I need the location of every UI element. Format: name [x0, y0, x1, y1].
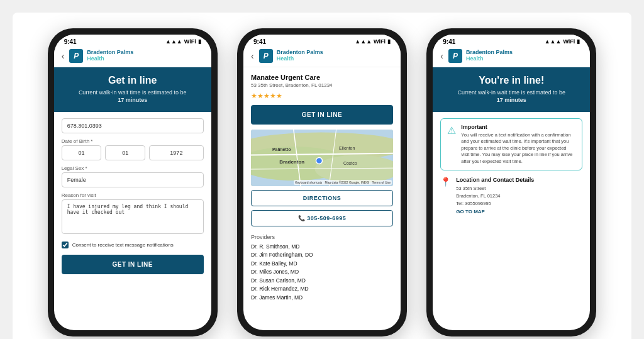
svg-text:Ellenton: Ellenton	[339, 145, 355, 150]
reason-textarea[interactable]: I have injured my leg and think I should…	[62, 199, 204, 234]
logo-area-3: P Bradenton Palms Health	[448, 49, 513, 63]
get-in-line-btn-2[interactable]: GET IN LINE	[251, 105, 393, 125]
battery-icon-1: ▮	[198, 38, 201, 45]
logo-text-3: Bradenton Palms Health	[466, 50, 513, 62]
dob-row	[62, 145, 204, 160]
back-arrow-3[interactable]: ‹	[440, 52, 443, 60]
location-section: Manatee Urgent Care 53 35th Street, Brad…	[243, 67, 401, 309]
location-tel: Tel: 3055096995	[456, 200, 534, 208]
map-container[interactable]: Palmetto Ellenton Bradenton Costco Keybo…	[251, 130, 393, 186]
dob-day-input[interactable]	[105, 145, 145, 160]
screen1-title: Get in line	[64, 75, 201, 86]
logo-text-1: Bradenton Palms Health	[87, 50, 133, 62]
map-svg: Palmetto Ellenton Bradenton Costco	[251, 130, 393, 186]
provider-4: Dr. Miles Jones, MD	[251, 268, 393, 277]
dob-month-input[interactable]	[62, 145, 102, 160]
provider-6: Dr. Rick Hernandez, MD	[251, 285, 393, 294]
back-arrow-1[interactable]: ‹	[62, 52, 65, 60]
dob-year-input[interactable]	[149, 145, 204, 160]
svg-point-12	[316, 157, 322, 164]
status-bar-2: 9:41 ▲▲▲ WiFi ▮	[243, 35, 401, 47]
status-time-1: 9:41	[64, 38, 77, 45]
status-icons-3: ▲▲▲ WiFi ▮	[545, 38, 580, 45]
alert-box: ⚠ Important You will receive a text noti…	[440, 118, 582, 171]
wifi-icon-3: WiFi	[563, 38, 575, 45]
logo-area-2: P Bradenton Palms Health	[259, 49, 323, 63]
sex-label: Legal Sex *	[62, 165, 204, 171]
alert-text: You will receive a text notification wit…	[461, 132, 575, 165]
get-in-line-btn-1[interactable]: GET IN LINE	[62, 255, 204, 274]
warning-icon: ⚠	[447, 125, 456, 165]
status-bar-1: 9:41 ▲▲▲ WiFi ▮	[54, 35, 211, 47]
provider-2: Dr. Jim Fotheringham, DO	[251, 251, 393, 260]
screen2-content: Manatee Urgent Care 53 35th Street, Brad…	[243, 67, 401, 330]
screen3-title: You're in line!	[443, 75, 580, 86]
logo-icon-2: P	[259, 49, 273, 63]
consent-row: Consent to receive text message notifica…	[62, 242, 204, 248]
location-detail-box: 📍 Location and Contact Details 53 35th S…	[440, 177, 582, 214]
signal-icon-1: ▲▲▲	[165, 38, 182, 45]
status-icons-2: ▲▲▲ WiFi ▮	[355, 38, 391, 45]
svg-text:Costco: Costco	[343, 160, 357, 165]
location-addr: 53 35th Street, Bradenton, FL 01234	[251, 82, 393, 88]
phone-2: 9:41 ▲▲▲ WiFi ▮ ‹ P Bradenton Palms Heal…	[237, 28, 407, 336]
logo-icon-3: P	[448, 49, 462, 63]
screen1-form: Date of Birth * Legal Sex * Reason for v…	[54, 112, 211, 281]
map-label: Keyboard shortcuts Map data ©2022 Google…	[294, 180, 392, 185]
battery-icon-2: ▮	[387, 38, 391, 45]
providers-section: Providers Dr. R. Smithson, MD Dr. Jim Fo…	[251, 234, 393, 303]
screen1-blue-header: Get in line Current walk-in wait time is…	[54, 67, 211, 112]
screen1-subtitle: Current walk-in wait time is estimated t…	[64, 89, 201, 104]
status-time-3: 9:41	[443, 38, 455, 45]
location-street: 53 35th Street	[456, 185, 534, 192]
svg-text:Bradenton: Bradenton	[279, 159, 304, 165]
battery-icon-3: ▮	[577, 38, 580, 45]
directions-btn[interactable]: DIRECTIONS	[251, 190, 393, 206]
provider-7: Dr. James Martin, MD	[251, 294, 393, 303]
logo-text-2: Bradenton Palms Health	[277, 50, 323, 62]
map-background: Palmetto Ellenton Bradenton Costco	[251, 130, 393, 186]
app-header-3: ‹ P Bradenton Palms Health	[433, 47, 590, 67]
location-city: Bradenton, FL 01234	[456, 192, 534, 200]
location-detail-content: Location and Contact Details 53 35th Str…	[456, 177, 534, 214]
wifi-icon-1: WiFi	[184, 38, 196, 45]
phone-1: 9:41 ▲▲▲ WiFi ▮ ‹ P Bradenton Palms Heal…	[48, 28, 218, 336]
back-arrow-2[interactable]: ‹	[251, 52, 254, 60]
location-detail-title: Location and Contact Details	[456, 177, 534, 183]
go-to-map-link[interactable]: GO TO MAP	[456, 209, 534, 214]
confirm-section: ⚠ Important You will receive a text noti…	[433, 112, 590, 221]
screenshot-container: 9:41 ▲▲▲ WiFi ▮ ‹ P Bradenton Palms Heal…	[13, 13, 631, 339]
dob-label: Date of Birth *	[62, 138, 204, 144]
signal-icon-3: ▲▲▲	[545, 38, 562, 45]
phone-input[interactable]	[62, 118, 204, 133]
app-header-2: ‹ P Bradenton Palms Health	[243, 47, 401, 67]
screen3-blue-header: You're in line! Current walk-in wait tim…	[433, 67, 590, 112]
consent-label: Consent to receive text message notifica…	[72, 242, 174, 248]
pin-icon: 📍	[440, 177, 451, 214]
screen1-content: Get in line Current walk-in wait time is…	[54, 67, 211, 330]
status-icons-1: ▲▲▲ WiFi ▮	[165, 38, 201, 45]
signal-icon-2: ▲▲▲	[355, 38, 372, 45]
providers-title: Providers	[251, 234, 393, 240]
reason-label: Reason for visit	[62, 192, 204, 198]
sex-input[interactable]	[62, 172, 204, 187]
screen3-content: You're in line! Current walk-in wait tim…	[433, 67, 590, 330]
consent-checkbox[interactable]	[62, 242, 69, 248]
provider-3: Dr. Kate Bailey, MD	[251, 260, 393, 269]
svg-text:Palmetto: Palmetto	[272, 147, 291, 152]
provider-5: Dr. Susan Carlson, MD	[251, 277, 393, 286]
logo-icon-1: P	[69, 49, 83, 63]
phone-btn[interactable]: 📞 305-509-6995	[251, 210, 393, 226]
alert-content: Important You will receive a text notifi…	[461, 124, 575, 165]
status-bar-3: 9:41 ▲▲▲ WiFi ▮	[433, 35, 590, 47]
logo-area-1: P Bradenton Palms Health	[69, 49, 133, 63]
alert-title: Important	[461, 124, 575, 130]
status-time-2: 9:41	[253, 38, 266, 45]
screen3-subtitle: Current walk-in wait time is estimated t…	[443, 89, 580, 104]
provider-1: Dr. R. Smithson, MD	[251, 243, 393, 252]
location-name: Manatee Urgent Care	[251, 74, 393, 81]
wifi-icon-2: WiFi	[374, 38, 386, 45]
stars: ★★★★★	[251, 92, 393, 100]
app-header-1: ‹ P Bradenton Palms Health	[54, 47, 211, 67]
phone-3: 9:41 ▲▲▲ WiFi ▮ ‹ P Bradenton Palms Heal…	[426, 28, 596, 336]
